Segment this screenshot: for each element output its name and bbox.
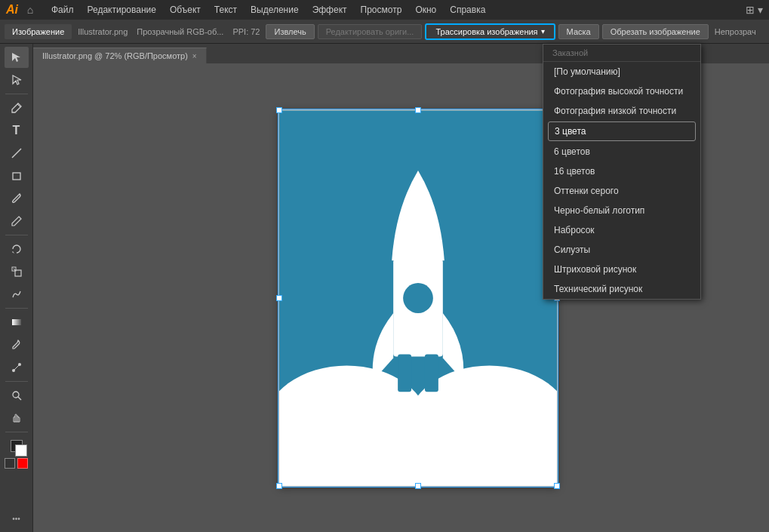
rotate-tool[interactable] xyxy=(5,238,29,260)
extract-button[interactable]: Извлечь xyxy=(266,24,314,39)
menu-file[interactable]: Файл xyxy=(45,3,80,17)
dropdown-item-grayscale[interactable]: Оттенки серого xyxy=(543,181,700,201)
dropdown-item-6colors[interactable]: 6 цветов xyxy=(543,142,700,161)
menu-select[interactable]: Выделение xyxy=(245,3,305,17)
tools-panel: T xyxy=(0,44,33,532)
normal-view-icon[interactable] xyxy=(5,458,15,469)
handle-tl[interactable] xyxy=(276,107,282,113)
svg-marker-3 xyxy=(12,251,14,254)
handle-tm[interactable] xyxy=(415,107,421,113)
color-mode-label: Прозрачный RGB-об... xyxy=(134,27,226,36)
gradient-tool[interactable] xyxy=(5,312,29,333)
handle-br[interactable] xyxy=(554,483,560,489)
trace-dropdown-arrow[interactable]: ▾ xyxy=(541,27,545,35)
more-tools[interactable]: ••• xyxy=(5,508,29,529)
file-name-label: Illustrator.png xyxy=(75,27,131,36)
menu-view[interactable]: Просмотр xyxy=(355,3,408,17)
warp-tool[interactable] xyxy=(5,284,29,305)
pencil-tool[interactable] xyxy=(5,211,29,232)
svg-rect-16 xyxy=(279,440,557,485)
handle-bl[interactable] xyxy=(276,483,282,489)
menu-bar: Ai ⌂ Файл Редактирование Объект Текст Вы… xyxy=(0,0,769,20)
tool-divider-2 xyxy=(5,235,28,235)
svg-point-18 xyxy=(403,283,433,313)
toolbar-bar: Изображение Illustrator.png Прозрачный R… xyxy=(0,20,769,44)
doc-tab-title: Illustrator.png @ 72% (RGB/Просмотр) xyxy=(42,51,188,60)
dropdown-item-technical[interactable]: Технический рисунок xyxy=(543,279,700,299)
menu-edit[interactable]: Редактирование xyxy=(82,3,162,17)
color-swatches[interactable] xyxy=(5,435,29,457)
eyedropper-tool[interactable] xyxy=(5,334,29,355)
hand-tool[interactable] xyxy=(5,407,29,429)
svg-rect-7 xyxy=(12,319,21,325)
edit-original-button: Редактировать ориги... xyxy=(318,24,423,39)
workspace-icon[interactable]: ⊞ ▾ xyxy=(746,4,763,16)
direct-select-tool[interactable] xyxy=(5,69,29,91)
dropdown-item-sketch[interactable]: Набросок xyxy=(543,220,700,240)
opacity-label: Непрозрач xyxy=(712,27,759,36)
dropdown-item-photo-low[interactable]: Фотография низкой точности xyxy=(543,101,700,121)
rect-tool[interactable] xyxy=(5,165,29,186)
menu-object[interactable]: Объект xyxy=(164,3,207,17)
view-icons xyxy=(5,458,29,473)
rocket-illustration xyxy=(279,110,557,486)
dropdown-item-line-art[interactable]: Штриховой рисунок xyxy=(543,260,700,279)
blend-tool[interactable] xyxy=(5,357,29,378)
ppi-label: PPI: 72 xyxy=(229,27,263,36)
handle-ml[interactable] xyxy=(276,295,282,301)
home-icon[interactable]: ⌂ xyxy=(23,2,38,17)
line-tool[interactable] xyxy=(5,143,29,164)
menu-help[interactable]: Справка xyxy=(444,3,491,17)
image-tab[interactable]: Изображение xyxy=(5,24,72,39)
dropdown-item-3colors[interactable]: 3 цвета xyxy=(548,121,696,141)
app-logo: Ai xyxy=(6,3,18,17)
dropdown-item-bw-logo[interactable]: Черно-белый логотип xyxy=(543,201,700,220)
svg-line-1 xyxy=(12,149,21,158)
menu-text[interactable]: Текст xyxy=(208,3,243,17)
tool-divider-5 xyxy=(5,432,28,432)
svg-rect-2 xyxy=(13,173,20,180)
dropdown-section-label: Заказной xyxy=(543,45,700,62)
paintbrush-tool[interactable] xyxy=(5,188,29,209)
svg-line-10 xyxy=(14,365,19,370)
tool-divider-1 xyxy=(5,94,28,94)
menu-effect[interactable]: Эффект xyxy=(306,3,353,17)
svg-rect-20 xyxy=(424,354,438,392)
pen-tool[interactable] xyxy=(5,97,29,118)
select-tool[interactable] xyxy=(5,47,29,68)
tool-divider-3 xyxy=(5,308,28,309)
svg-rect-19 xyxy=(398,354,411,392)
dropdown-item-silhouettes[interactable]: Силуэты xyxy=(543,240,700,260)
artboard xyxy=(278,109,558,487)
type-tool[interactable]: T xyxy=(5,120,29,141)
dropdown-item-16colors[interactable]: 16 цветов xyxy=(543,161,700,181)
tool-divider-4 xyxy=(5,381,28,382)
svg-line-12 xyxy=(18,397,21,400)
mask-button[interactable]: Маска xyxy=(558,24,599,39)
dropdown-item-default[interactable]: [По умолчанию] xyxy=(543,62,700,81)
dropdown-item-photo-high[interactable]: Фотография высокой точности xyxy=(543,81,700,101)
screen-mode-icon[interactable] xyxy=(17,458,28,469)
document-tab[interactable]: Illustrator.png @ 72% (RGB/Просмотр) × xyxy=(33,48,207,63)
doc-close-button[interactable]: × xyxy=(192,52,197,60)
svg-point-11 xyxy=(13,392,19,398)
menu-window[interactable]: Окно xyxy=(409,3,442,17)
trace-dropdown-menu: Заказной [По умолчанию] Фотография высок… xyxy=(543,44,701,300)
trace-button[interactable]: Трассировка изображения ▾ xyxy=(425,23,555,40)
scale-tool[interactable] xyxy=(5,261,29,282)
crop-button[interactable]: Обрезать изображение xyxy=(602,24,709,39)
handle-bm[interactable] xyxy=(415,483,421,489)
zoom-tool[interactable] xyxy=(5,385,29,406)
